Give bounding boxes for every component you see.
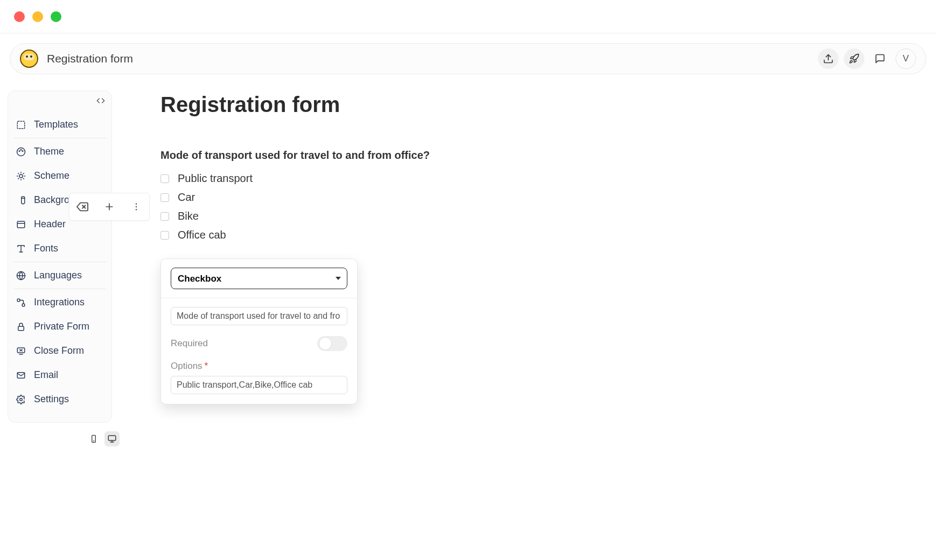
mail-icon xyxy=(16,370,26,381)
user-initial: V xyxy=(903,53,909,64)
sun-icon xyxy=(16,171,26,181)
upload-icon xyxy=(823,53,834,64)
window-titlebar xyxy=(0,0,936,33)
comment-icon xyxy=(875,53,885,64)
more-actions-button[interactable] xyxy=(129,199,144,214)
field-type-select[interactable]: Checkbox xyxy=(171,268,347,289)
sidebar-item-label: Email xyxy=(34,369,58,381)
sidebar-collapse-button[interactable] xyxy=(96,96,105,107)
sidebar-item-close-form[interactable]: Close Form xyxy=(13,339,106,363)
sidebar-item-email[interactable]: Email xyxy=(13,363,106,387)
desktop-preview-button[interactable] xyxy=(104,431,120,446)
window-close-button[interactable] xyxy=(14,11,25,22)
delete-block-button[interactable] xyxy=(75,199,90,214)
sidebar-item-scheme[interactable]: Scheme xyxy=(13,164,106,188)
more-vertical-icon xyxy=(131,202,141,212)
svg-rect-15 xyxy=(17,221,25,228)
option-label: Office cab xyxy=(178,229,226,241)
app-header: Registration form V xyxy=(10,43,926,74)
sidebar-divider xyxy=(13,289,106,289)
svg-line-14 xyxy=(23,173,24,173)
form-title[interactable]: Registration form xyxy=(160,93,936,117)
svg-point-29 xyxy=(20,398,23,401)
sidebar-item-label: Settings xyxy=(34,394,69,405)
sidebar-item-label: Templates xyxy=(34,119,78,130)
window-maximize-button[interactable] xyxy=(51,11,61,22)
svg-point-39 xyxy=(136,204,137,205)
svg-point-6 xyxy=(19,174,23,178)
checkbox-options-list: Public transport Car Bike Office cab xyxy=(160,169,936,244)
user-avatar[interactable]: V xyxy=(896,48,916,69)
option-label: Bike xyxy=(178,210,199,222)
backspace-icon xyxy=(76,201,88,213)
layout-icon xyxy=(16,219,26,230)
rocket-icon xyxy=(849,53,860,64)
checkbox-icon[interactable] xyxy=(160,174,169,183)
svg-point-40 xyxy=(136,206,137,207)
checkbox-icon[interactable] xyxy=(160,212,169,221)
sidebar-divider xyxy=(13,138,106,138)
sidebar-item-label: Languages xyxy=(34,270,82,281)
templates-icon xyxy=(16,120,26,130)
svg-point-41 xyxy=(136,209,137,210)
window-minimize-button[interactable] xyxy=(32,11,43,22)
sidebar-item-fonts[interactable]: Fonts xyxy=(13,236,106,261)
sidebar-item-label: Theme xyxy=(34,146,64,157)
required-toggle[interactable] xyxy=(317,336,347,351)
paint-icon xyxy=(16,195,26,206)
mobile-preview-button[interactable] xyxy=(86,431,101,446)
sidebar-item-label: Close Form xyxy=(34,345,84,356)
svg-line-10 xyxy=(23,178,24,179)
checkbox-option[interactable]: Public transport xyxy=(160,169,936,188)
sidebar-item-theme[interactable]: Theme xyxy=(13,139,106,164)
mobile-icon xyxy=(89,435,98,443)
sidebar-item-languages[interactable]: Languages xyxy=(13,263,106,288)
required-label: Required xyxy=(171,338,208,349)
sidebar-item-settings[interactable]: Settings xyxy=(13,387,106,411)
add-block-button[interactable] xyxy=(102,199,117,214)
question-label[interactable]: Mode of transport used for travel to and… xyxy=(160,149,936,162)
checkbox-icon[interactable] xyxy=(160,193,169,202)
upload-button[interactable] xyxy=(818,48,839,69)
svg-point-5 xyxy=(22,150,23,151)
checkbox-option[interactable]: Bike xyxy=(160,207,936,226)
sidebar-item-integrations[interactable]: Integrations xyxy=(13,290,106,314)
option-label: Public transport xyxy=(178,172,253,185)
app-logo-icon xyxy=(20,50,38,68)
block-action-toolbar xyxy=(69,193,150,221)
header-title: Registration form xyxy=(47,52,133,65)
checkbox-option[interactable]: Car xyxy=(160,188,936,207)
sidebar-item-label: Header xyxy=(34,219,66,230)
gear-icon xyxy=(16,394,26,405)
svg-point-3 xyxy=(19,150,20,151)
field-editor-panel: Checkbox Required Options* xyxy=(160,258,358,404)
option-label: Car xyxy=(178,191,195,204)
question-text-input[interactable] xyxy=(171,307,347,325)
svg-rect-32 xyxy=(108,436,116,440)
desktop-icon xyxy=(107,434,117,444)
svg-rect-30 xyxy=(92,435,96,442)
lock-icon xyxy=(16,321,26,332)
sidebar-divider xyxy=(13,262,106,262)
sidebar-item-label: Private Form xyxy=(34,321,89,332)
options-text-input[interactable] xyxy=(171,376,347,394)
checkbox-icon[interactable] xyxy=(160,231,169,240)
palette-icon xyxy=(16,146,26,157)
comment-button[interactable] xyxy=(870,48,890,69)
svg-rect-1 xyxy=(17,121,25,129)
options-label: Options* xyxy=(171,361,208,371)
checkbox-option[interactable]: Office cab xyxy=(160,226,936,244)
globe-icon xyxy=(16,270,26,281)
sidebar-item-templates[interactable]: Templates xyxy=(13,113,106,137)
svg-line-13 xyxy=(18,178,19,179)
launch-button[interactable] xyxy=(844,48,864,69)
type-icon xyxy=(16,243,26,254)
code-icon xyxy=(96,96,105,105)
svg-line-9 xyxy=(18,173,19,173)
svg-point-4 xyxy=(20,149,22,150)
sidebar: Templates Theme Scheme Backgro xyxy=(8,90,112,423)
plus-icon xyxy=(104,201,115,212)
sidebar-item-label: Integrations xyxy=(34,297,85,308)
device-preview-switch xyxy=(8,428,121,446)
sidebar-item-private-form[interactable]: Private Form xyxy=(13,314,106,339)
